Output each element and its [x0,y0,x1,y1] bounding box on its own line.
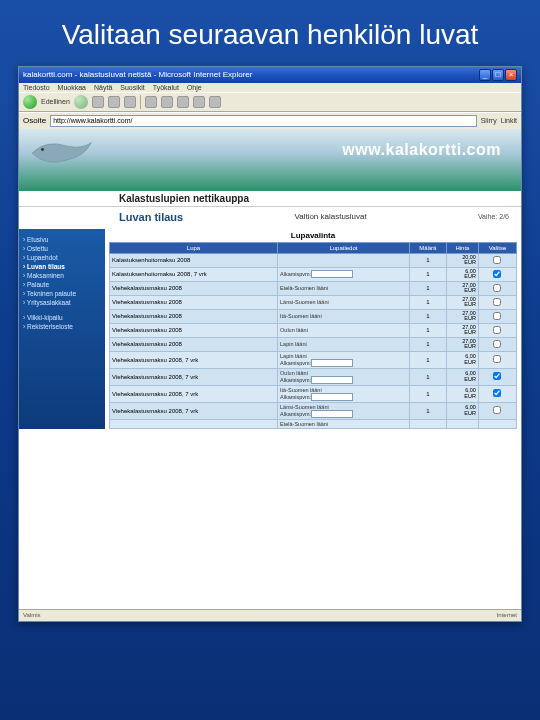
cell-lupa: Viehekalastusmaksu 2008, 7 vrk [110,402,278,419]
cell-select [478,337,516,351]
select-checkbox[interactable] [493,270,501,278]
date-input[interactable] [311,376,353,384]
select-checkbox[interactable] [493,256,501,264]
select-checkbox[interactable] [493,406,501,414]
cell-select [478,368,516,385]
col-header: Määrä [409,242,446,253]
section-title: Valtion kalastusluvat [294,212,366,221]
print-icon[interactable] [209,96,221,108]
go-button[interactable]: Siirry [481,117,497,124]
cell-select [478,281,516,295]
select-checkbox[interactable] [493,298,501,306]
date-input[interactable] [311,270,353,278]
mail-icon[interactable] [193,96,205,108]
select-checkbox[interactable] [493,355,501,363]
select-checkbox[interactable] [493,389,501,397]
cell-lupa: Viehekalastusmaksu 2008 [110,295,278,309]
home-icon[interactable] [124,96,136,108]
sidebar-item[interactable]: Maksaminen [23,271,101,280]
close-button[interactable]: × [505,69,517,81]
cell-select [478,323,516,337]
table-row: Viehekalastusmaksu 2008, 7 vrkOulun lään… [110,368,517,385]
date-input[interactable] [311,393,353,401]
sidebar-item[interactable]: Yritysasiakkaat [23,298,101,307]
menu-muokkaa[interactable]: Muokkaa [58,84,86,91]
cell-price: 6,00EUR [446,385,478,402]
cell-qty: 1 [409,295,446,309]
date-input[interactable] [311,410,353,418]
page-header: Luvan tilaus Valtion kalastusluvat Vaihe… [19,207,521,229]
sidebar-item[interactable]: Viikki-kipailu [23,313,101,322]
cell-tiedot: Länsi-Suomen lääniAlkamispvm: [278,402,410,419]
sidebar-item[interactable]: Etusivu [23,235,101,244]
cell-lupa: Viehekalastusmaksu 2008, 7 vrk [110,385,278,402]
window-titlebar: kalakortti.com - kalastusluvat netistä -… [19,67,521,83]
cell-price: 6,00EUR [446,351,478,368]
history-icon[interactable] [177,96,189,108]
cell-lupa: Viehekalastusmaksu 2008, 7 vrk [110,368,278,385]
cell-qty: 1 [409,323,446,337]
cell-select [478,385,516,402]
cell-qty: 1 [409,337,446,351]
cell-price: 27,00EUR [446,295,478,309]
sidebar-item[interactable]: Ostettu [23,244,101,253]
cell-tiedot: Oulun lääni [278,323,410,337]
refresh-icon[interactable] [108,96,120,108]
table-row: Viehekalastusmaksu 2008, 7 vrkLänsi-Suom… [110,402,517,419]
sidebar-item[interactable]: Luvan tilaus [23,262,101,271]
forward-button[interactable] [74,95,88,109]
select-checkbox[interactable] [493,312,501,320]
cell-lupa: Viehekalastusmaksu 2008 [110,309,278,323]
cell-lupa: Viehekalastusmaksu 2008 [110,281,278,295]
date-input[interactable] [311,359,353,367]
cell-tiedot: Oulun lääniAlkamispvm: [278,368,410,385]
sidebar-item[interactable]: Rekisteriseloste [23,322,101,331]
sidebar-item[interactable]: Palaute [23,280,101,289]
cell-tiedot: Länsi-Suomen lääni [278,295,410,309]
cell-select [478,402,516,419]
stop-icon[interactable] [92,96,104,108]
maximize-button[interactable]: □ [492,69,504,81]
table-row: Viehekalastusmaksu 2008, 7 vrkItä-Suomen… [110,385,517,402]
select-checkbox[interactable] [493,284,501,292]
table-title: Lupavalinta [109,229,517,242]
menu-suosikit[interactable]: Suosikit [120,84,145,91]
sidebar-item[interactable]: Lupaehdot [23,253,101,262]
cell-qty: 1 [409,385,446,402]
status-right: Internet [497,612,517,618]
cell-price: 6,00EUR [446,368,478,385]
select-checkbox[interactable] [493,372,501,380]
slide-title: Valitaan seuraavan henkilön luvat [0,0,540,66]
sidebar-item[interactable]: Tekninen palaute [23,289,101,298]
cell-select [478,295,516,309]
col-header: Lupa [110,242,278,253]
menu-ohje[interactable]: Ohje [187,84,202,91]
back-button[interactable] [23,95,37,109]
cell-tiedot: Itä-Suomen lääniAlkamispvm: [278,385,410,402]
address-input[interactable] [50,115,477,127]
links-button[interactable]: Linkit [501,117,517,124]
minimize-button[interactable]: _ [479,69,491,81]
table-row: Viehekalastusmaksu 2008Lapin lääni127,00… [110,337,517,351]
search-icon[interactable] [145,96,157,108]
favorites-icon[interactable] [161,96,173,108]
status-left: Valmis [23,612,41,618]
table-row: Etelä-Suomen lääni [110,419,517,428]
menu-tiedosto[interactable]: Tiedosto [23,84,50,91]
menu-työkalut[interactable]: Työkalut [153,84,179,91]
table-row: Kalastuksenhoitomaksu 2008120,00EUR [110,253,517,267]
cell-tiedot [278,253,410,267]
select-checkbox[interactable] [493,340,501,348]
cell-qty: 1 [409,253,446,267]
select-checkbox[interactable] [493,326,501,334]
status-bar: Valmis Internet [19,609,521,621]
cell-price [446,419,478,428]
site-banner: www.kalakortti.com [19,129,521,191]
menubar: TiedostoMuokkaaNäytäSuosikitTyökalutOhje [19,83,521,92]
table-row: Kalastuksenhoitomaksu 2008, 7 vrkAlkamis… [110,267,517,281]
site-name: www.kalakortti.com [342,141,501,159]
cell-tiedot: Itä-Suomen lääni [278,309,410,323]
address-label: Osoite [23,116,46,125]
cell-lupa: Viehekalastusmaksu 2008, 7 vrk [110,351,278,368]
menu-näytä[interactable]: Näytä [94,84,112,91]
